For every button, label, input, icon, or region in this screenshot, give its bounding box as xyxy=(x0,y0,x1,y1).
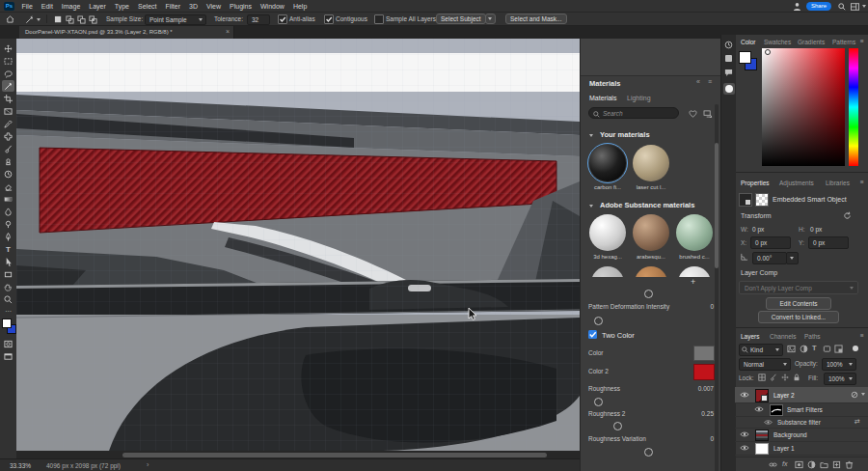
select-subject-chevron[interactable] xyxy=(485,14,496,24)
adobe-materials-chevron-icon[interactable] xyxy=(589,205,593,208)
sample-all-layers-checkbox[interactable] xyxy=(374,14,384,24)
libraries-tab[interactable]: Libraries xyxy=(826,180,850,186)
path-select-tool[interactable] xyxy=(2,256,14,267)
status-chevron-icon[interactable]: › xyxy=(147,461,149,468)
layer2-name[interactable]: Layer 2 xyxy=(773,392,795,399)
materials-tab[interactable]: Materials xyxy=(589,95,616,101)
materials-scrollbar-thumb[interactable] xyxy=(715,143,719,268)
filter-adjustment-icon[interactable] xyxy=(800,345,808,353)
pen-tool[interactable] xyxy=(2,231,14,242)
transform-reset-icon[interactable] xyxy=(843,211,852,220)
tab-close-icon[interactable]: × xyxy=(226,28,230,35)
add-selection-icon[interactable] xyxy=(66,15,74,24)
new-adjustment-layer-icon[interactable] xyxy=(807,460,816,469)
filter-type-icon[interactable]: T xyxy=(812,344,817,352)
screen-mode-icon[interactable] xyxy=(2,350,14,362)
materials-search-input[interactable] xyxy=(588,107,679,119)
zoom-tool[interactable] xyxy=(2,293,14,305)
height-value[interactable]: 0 px xyxy=(810,226,822,233)
new-selection-icon[interactable] xyxy=(54,15,63,24)
menu-layer[interactable]: Layer xyxy=(85,3,111,10)
crop-tool[interactable] xyxy=(2,93,14,104)
roughness2-value[interactable]: 0.25 xyxy=(689,410,714,417)
layer2-visibility-icon[interactable] xyxy=(740,391,749,399)
x-input[interactable]: 0 px xyxy=(750,236,791,249)
lock-transparency-icon[interactable] xyxy=(758,374,766,381)
adjustments-tab[interactable]: Adjustments xyxy=(779,180,814,186)
photoshop-logo[interactable]: Ps xyxy=(4,2,14,11)
search-icon[interactable] xyxy=(838,3,846,11)
pattern-deformation-slider-knob[interactable] xyxy=(594,317,603,325)
layer2-smart-filter-icon[interactable] xyxy=(851,391,858,399)
contiguous-checkbox[interactable] xyxy=(324,14,334,24)
smart-filters-visibility-icon[interactable] xyxy=(754,405,764,413)
menu-plugins[interactable]: Plugins xyxy=(226,3,257,10)
gradients-tab[interactable]: Gradients xyxy=(798,39,825,45)
hand-tool[interactable] xyxy=(2,281,14,292)
layer-filter-kind-dropdown[interactable]: Kind xyxy=(739,344,783,356)
document-tab[interactable]: DoorPanel-WIP-XTAON.psd @ 33.3% (Layer 2… xyxy=(19,26,234,39)
edit-contents-button[interactable]: Edit Contents xyxy=(766,297,831,310)
sample-all-layers-label[interactable]: Sample All Layers xyxy=(386,15,436,22)
menu-image[interactable]: Image xyxy=(57,3,84,10)
anti-alias-label[interactable]: Anti-alias xyxy=(289,15,315,22)
angle-input[interactable]: 0.00° xyxy=(752,252,787,264)
roughness-slider-knob[interactable] xyxy=(594,398,603,406)
material-3d-hexagon[interactable] xyxy=(589,214,626,251)
layer-row-background[interactable]: Background xyxy=(735,428,868,442)
history-icon[interactable] xyxy=(724,41,733,49)
library-sync-icon[interactable] xyxy=(703,110,713,118)
layer1-thumbnail[interactable] xyxy=(755,443,769,455)
color-picker-marker[interactable] xyxy=(765,49,771,55)
smart-filters-mask-thumbnail[interactable] xyxy=(770,404,783,416)
two-color-label[interactable]: Two Color xyxy=(602,331,635,340)
layer-row-layer1[interactable]: Layer 1 xyxy=(735,441,868,456)
eraser-tool[interactable] xyxy=(2,180,14,192)
opacity-input[interactable]: 100% xyxy=(822,358,856,371)
convert-to-linked-button[interactable]: Convert to Linked... xyxy=(758,311,839,323)
roughness-variation-slider-knob[interactable] xyxy=(644,448,653,457)
menu-type[interactable]: Type xyxy=(110,3,133,10)
quick-mask-icon[interactable] xyxy=(2,338,14,349)
edit-toolbar-icon[interactable]: ⋯ xyxy=(2,306,14,318)
layer2-thumbnail[interactable] xyxy=(755,389,769,402)
lock-all-icon[interactable] xyxy=(793,374,800,381)
two-color-checkbox[interactable] xyxy=(588,330,597,339)
link-layers-icon[interactable] xyxy=(769,460,777,469)
history-brush-tool[interactable] xyxy=(2,168,14,180)
color-panel-menu-icon[interactable]: ≡ xyxy=(860,38,864,44)
material-brushed[interactable] xyxy=(676,214,713,251)
lighting-tab[interactable]: Lighting xyxy=(627,95,651,101)
your-materials-label[interactable]: Your materials xyxy=(600,130,650,139)
contiguous-label[interactable]: Contiguous xyxy=(336,15,367,22)
layers-tab[interactable]: Layers xyxy=(741,333,760,340)
anti-alias-checkbox[interactable] xyxy=(278,14,287,24)
filter-pixel-icon[interactable] xyxy=(787,345,796,353)
favorites-icon[interactable] xyxy=(689,110,697,118)
move-tool[interactable] xyxy=(2,42,14,54)
lasso-tool[interactable] xyxy=(2,68,14,79)
add-mask-icon[interactable] xyxy=(795,460,803,469)
menu-edit[interactable]: Edit xyxy=(37,3,57,10)
substance-filter-name[interactable]: Substance filter xyxy=(777,419,821,426)
blur-tool[interactable] xyxy=(2,206,14,217)
y-input[interactable]: 0 px xyxy=(808,236,849,249)
your-materials-chevron-icon[interactable] xyxy=(589,134,593,137)
gradient-tool[interactable] xyxy=(2,193,14,205)
material-laser-cut[interactable] xyxy=(633,145,669,181)
background-name[interactable]: Background xyxy=(773,431,807,438)
pattern-deformation-value[interactable]: 0 xyxy=(694,303,714,310)
foreground-background-swatches[interactable] xyxy=(2,319,15,334)
workspace-chevron-icon[interactable] xyxy=(862,5,866,8)
layer-row-smart-filters[interactable]: Smart Filters xyxy=(735,402,868,417)
panel-menu-icon[interactable]: ≡ xyxy=(708,78,712,85)
clone-stamp-tool[interactable] xyxy=(2,155,14,167)
layer1-visibility-icon[interactable] xyxy=(740,444,749,452)
magic-wand-preset-icon[interactable] xyxy=(25,15,34,24)
material-partial-3[interactable] xyxy=(678,266,711,277)
layer1-name[interactable]: Layer 1 xyxy=(773,445,795,452)
paths-tab[interactable]: Paths xyxy=(804,333,821,340)
substance-3d-icon[interactable] xyxy=(723,83,735,95)
hidden-param-slider-knob[interactable] xyxy=(644,290,653,298)
material-partial-1[interactable] xyxy=(591,266,624,277)
